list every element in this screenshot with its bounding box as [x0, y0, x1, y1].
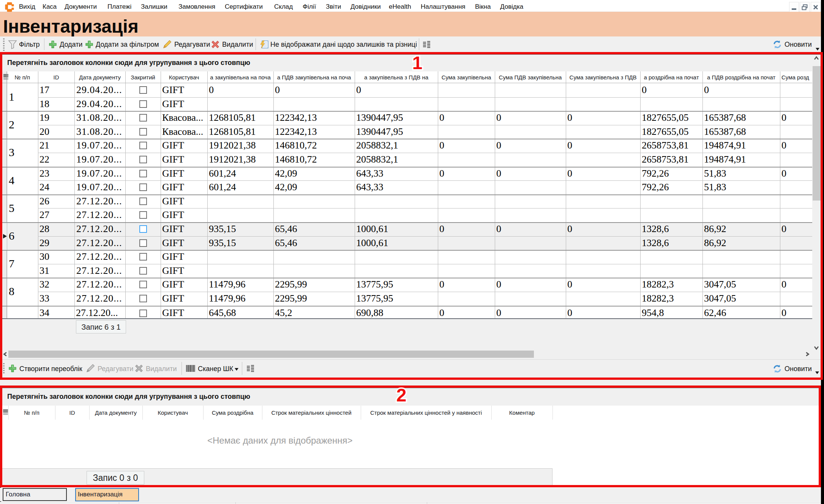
svg-text:1: 1: [412, 54, 423, 73]
svg-text:2: 2: [396, 386, 407, 405]
